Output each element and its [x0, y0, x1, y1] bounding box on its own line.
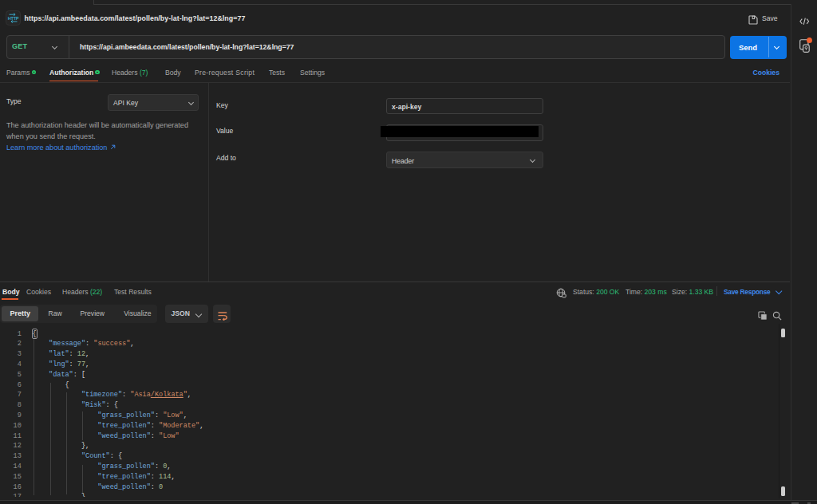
svg-text:HTTP: HTTP [8, 16, 19, 21]
